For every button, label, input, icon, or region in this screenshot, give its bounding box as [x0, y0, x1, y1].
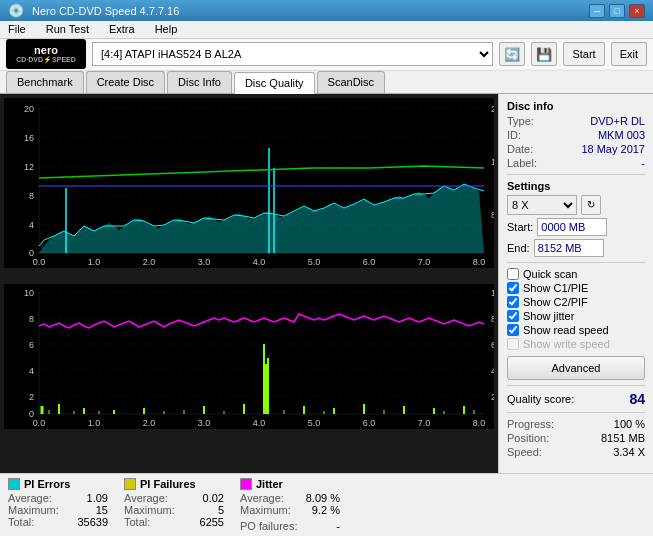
- logo-text: nero: [16, 44, 76, 56]
- start-mb-input[interactable]: [537, 218, 607, 236]
- charts-area: 20 16 12 8 4 0 24 16 8 0.0 1.0 2.0 3.0 4…: [0, 94, 498, 473]
- svg-text:1.0: 1.0: [88, 257, 101, 267]
- svg-text:16: 16: [24, 133, 34, 143]
- main-content: 20 16 12 8 4 0 24 16 8 0.0 1.0 2.0 3.0 4…: [0, 94, 653, 473]
- pi-errors-color: [8, 478, 20, 490]
- svg-text:0.0: 0.0: [33, 257, 46, 267]
- end-mb-input[interactable]: [534, 239, 604, 257]
- pi-failures-max-value: 5: [218, 504, 224, 516]
- svg-text:8: 8: [491, 210, 494, 220]
- menu-help[interactable]: Help: [151, 21, 182, 37]
- svg-text:10: 10: [24, 288, 34, 298]
- app-logo: nero CD·DVD⚡SPEED: [6, 39, 86, 69]
- svg-text:4: 4: [29, 366, 34, 376]
- show-read-speed-label: Show read speed: [523, 324, 609, 336]
- position-label: Position:: [507, 432, 549, 444]
- svg-text:4.0: 4.0: [253, 418, 266, 428]
- window: 💿 Nero CD-DVD Speed 4.7.7.16 ─ □ × File …: [0, 0, 653, 536]
- svg-text:2.0: 2.0: [143, 257, 156, 267]
- tab-disc-info[interactable]: Disc Info: [167, 71, 232, 93]
- divider-4: [507, 412, 645, 413]
- toolbar: nero CD·DVD⚡SPEED [4:4] ATAPI iHAS524 B …: [0, 39, 653, 71]
- pi-errors-avg-row: Average: 1.09: [8, 492, 108, 504]
- titlebar-controls: ─ □ ×: [589, 4, 645, 18]
- show-jitter-label: Show jitter: [523, 310, 574, 322]
- disc-id-row: ID: MKM 003: [507, 129, 645, 141]
- disc-date-row: Date: 18 May 2017: [507, 143, 645, 155]
- tab-disc-quality[interactable]: Disc Quality: [234, 72, 315, 94]
- start-button[interactable]: Start: [563, 42, 604, 66]
- type-value: DVD+R DL: [590, 115, 645, 127]
- svg-text:0.0: 0.0: [33, 418, 46, 428]
- pi-errors-max-value: 15: [96, 504, 108, 516]
- svg-text:6.0: 6.0: [363, 257, 376, 267]
- svg-text:20: 20: [24, 104, 34, 114]
- show-c1pie-checkbox[interactable]: [507, 282, 519, 294]
- jitter-avg-value: 8.09 %: [306, 492, 340, 504]
- stats-area: PI Errors Average: 1.09 Maximum: 15 Tota…: [0, 473, 653, 536]
- refresh-button[interactable]: 🔄: [499, 42, 525, 66]
- show-read-speed-checkbox[interactable]: [507, 324, 519, 336]
- close-button[interactable]: ×: [629, 4, 645, 18]
- jitter-max-row: Maximum: 9.2 %: [240, 504, 340, 516]
- disc-info-title: Disc info: [507, 100, 645, 112]
- pi-failures-avg-row: Average: 0.02: [124, 492, 224, 504]
- settings-title: Settings: [507, 180, 645, 192]
- svg-text:12: 12: [24, 162, 34, 172]
- cb-show-c1pie[interactable]: Show C1/PIE: [507, 282, 645, 294]
- menu-extra[interactable]: Extra: [105, 21, 139, 37]
- show-c2pif-label: Show C2/PIF: [523, 296, 588, 308]
- pi-failures-max-label: Maximum:: [124, 504, 175, 516]
- po-failures-label: PO failures:: [240, 520, 297, 532]
- tab-scan-disc[interactable]: ScanDisc: [317, 71, 385, 93]
- chart-bottom: 10 8 6 4 2 0 10 8 6 4 2 0.0 1.0 2.0: [4, 284, 494, 469]
- cb-show-jitter[interactable]: Show jitter: [507, 310, 645, 322]
- pi-errors-label: PI Errors: [24, 478, 70, 490]
- svg-text:7.0: 7.0: [418, 257, 431, 267]
- pi-errors-group: PI Errors Average: 1.09 Maximum: 15 Tota…: [8, 478, 108, 532]
- svg-text:2.0: 2.0: [143, 418, 156, 428]
- pi-failures-max-row: Maximum: 5: [124, 504, 224, 516]
- pi-errors-avg-value: 1.09: [87, 492, 108, 504]
- maximize-button[interactable]: □: [609, 4, 625, 18]
- cb-quick-scan[interactable]: Quick scan: [507, 268, 645, 280]
- speed-row-progress: Speed: 3.34 X: [507, 446, 645, 458]
- position-value: 8151 MB: [601, 432, 645, 444]
- pi-errors-avg-label: Average:: [8, 492, 52, 504]
- pi-failures-color: [124, 478, 136, 490]
- tab-create-disc[interactable]: Create Disc: [86, 71, 165, 93]
- jitter-max-value: 9.2 %: [312, 504, 340, 516]
- exit-button[interactable]: Exit: [611, 42, 647, 66]
- save-button[interactable]: 💾: [531, 42, 557, 66]
- svg-text:4.0: 4.0: [253, 257, 266, 267]
- minimize-button[interactable]: ─: [589, 4, 605, 18]
- svg-text:1.0: 1.0: [88, 418, 101, 428]
- disc-label-row: Label: -: [507, 157, 645, 169]
- svg-rect-31: [4, 284, 494, 429]
- speed-refresh-button[interactable]: ↻: [581, 195, 601, 215]
- pi-failures-total-value: 6255: [200, 516, 224, 528]
- svg-text:8.0: 8.0: [473, 257, 486, 267]
- jitter-avg-label: Average:: [240, 492, 284, 504]
- menu-run-test[interactable]: Run Test: [42, 21, 93, 37]
- speed-select[interactable]: 8 X: [507, 195, 577, 215]
- show-jitter-checkbox[interactable]: [507, 310, 519, 322]
- end-mb-label: End:: [507, 242, 530, 254]
- show-write-speed-checkbox: [507, 338, 519, 350]
- tab-benchmark[interactable]: Benchmark: [6, 71, 84, 93]
- quick-scan-checkbox[interactable]: [507, 268, 519, 280]
- menu-file[interactable]: File: [4, 21, 30, 37]
- quality-score-label: Quality score:: [507, 393, 574, 405]
- pi-failures-total-label: Total:: [124, 516, 150, 528]
- id-label: ID:: [507, 129, 521, 141]
- pi-failures-avg-label: Average:: [124, 492, 168, 504]
- show-write-speed-label: Show write speed: [523, 338, 610, 350]
- show-c1pie-label: Show C1/PIE: [523, 282, 588, 294]
- advanced-button[interactable]: Advanced: [507, 356, 645, 380]
- drive-selector[interactable]: [4:4] ATAPI iHAS524 B AL2A: [92, 42, 493, 66]
- svg-text:3.0: 3.0: [198, 257, 211, 267]
- divider-1: [507, 174, 645, 175]
- cb-show-c2pif[interactable]: Show C2/PIF: [507, 296, 645, 308]
- show-c2pif-checkbox[interactable]: [507, 296, 519, 308]
- cb-show-read-speed[interactable]: Show read speed: [507, 324, 645, 336]
